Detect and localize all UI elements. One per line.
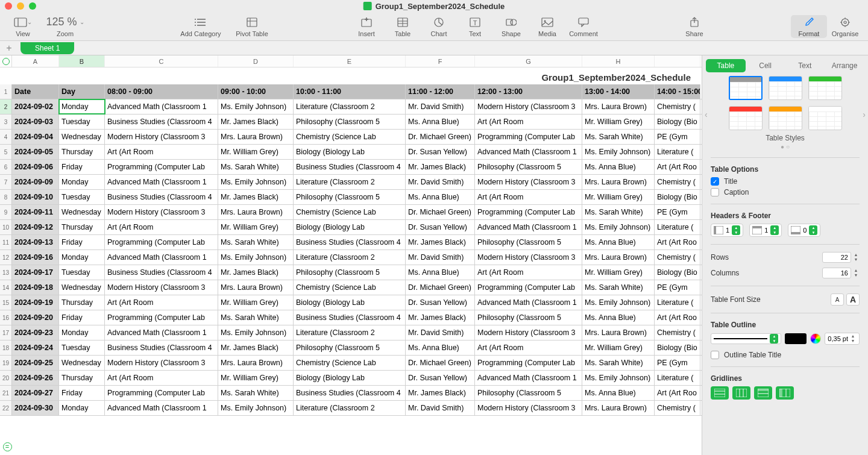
- table-cell[interactable]: Mr. William Grey): [582, 115, 655, 129]
- table-cell[interactable]: Mr. James Black): [218, 115, 294, 129]
- table-header-cell[interactable]: 10:00 - 11:00: [294, 84, 406, 99]
- table-style-thumb[interactable]: [729, 106, 763, 130]
- table-cell[interactable]: Literature (: [655, 220, 700, 234]
- table-cell[interactable]: Biology (Bio: [655, 115, 700, 129]
- col-header-e[interactable]: E: [294, 55, 406, 67]
- table-cell[interactable]: Modern History (Classroom 3: [475, 325, 582, 340]
- table-header-cell[interactable]: 14:00 - 15:00: [655, 84, 700, 99]
- row-header[interactable]: 10: [0, 220, 12, 234]
- table-cell[interactable]: Mr. David Smith): [406, 325, 475, 340]
- table-cell[interactable]: Art (Art Room: [475, 265, 582, 280]
- table-cell[interactable]: Dr. Susan Yellow): [406, 371, 475, 385]
- table-cell[interactable]: Business Studies (Classroom 4: [294, 386, 406, 400]
- table-cell[interactable]: Literature (Classroom 2: [294, 99, 406, 114]
- table-cell[interactable]: Mr. David Smith): [406, 401, 475, 415]
- table-cell[interactable]: Modern History (Classroom 3: [105, 205, 218, 219]
- outline-color-picker[interactable]: [810, 333, 821, 344]
- add-row-handle[interactable]: =: [1, 441, 13, 453]
- col-header-g[interactable]: G: [475, 55, 582, 67]
- header-cols-stepper[interactable]: 1 ▲▼: [711, 224, 743, 237]
- table-cell[interactable]: Tuesday: [59, 265, 105, 280]
- table-cell[interactable]: Literature (Classroom 2: [294, 250, 406, 265]
- table-header-cell[interactable]: Day: [59, 84, 105, 99]
- col-header-a[interactable]: A: [12, 55, 59, 67]
- col-header-b[interactable]: B: [59, 55, 105, 67]
- font-larger-button[interactable]: A: [846, 293, 860, 306]
- table-cell[interactable]: Literature (Classroom 2: [294, 325, 406, 340]
- table-style-thumb[interactable]: [769, 106, 802, 130]
- row-header[interactable]: 3: [0, 115, 12, 129]
- outline-color-swatch[interactable]: [785, 333, 807, 344]
- view-button[interactable]: ⌄ View: [5, 16, 41, 37]
- table-cell[interactable]: Chemistry (Science Lab: [294, 280, 406, 295]
- media-button[interactable]: Media: [529, 16, 565, 37]
- text-button[interactable]: T Text: [457, 16, 493, 37]
- table-cell[interactable]: Business Studies (Classroom 4: [294, 235, 406, 249]
- table-cell[interactable]: Art (Art Room: [105, 371, 218, 385]
- table-cell[interactable]: Biology (Bio: [655, 340, 700, 355]
- table-cell[interactable]: Modern History (Classroom 3: [475, 401, 582, 415]
- table-cell[interactable]: Ms. Anna Blue): [406, 265, 475, 280]
- outline-title-checkbox[interactable]: [711, 351, 719, 359]
- table-cell[interactable]: Ms. Anna Blue): [582, 310, 655, 325]
- table-cell[interactable]: Mrs. Laura Brown): [218, 130, 294, 144]
- table-cell[interactable]: Advanced Math (Classroom 1: [475, 220, 582, 234]
- pivot-button[interactable]: Pivot Table: [228, 16, 276, 37]
- table-cell[interactable]: Art (Art Room: [475, 190, 582, 204]
- table-cell[interactable]: Modern History (Classroom 3: [475, 175, 582, 189]
- table-cell[interactable]: Ms. Sarah White): [582, 205, 655, 219]
- table-cell[interactable]: Business Studies (Classroom 4: [105, 340, 218, 355]
- table-header-cell[interactable]: 09:00 - 10:00: [218, 84, 294, 99]
- table-cell[interactable]: Mrs. Laura Brown): [218, 280, 294, 295]
- table-cell[interactable]: Mr. William Grey): [582, 340, 655, 355]
- table-cell[interactable]: Business Studies (Classroom 4: [105, 265, 218, 280]
- table-cell[interactable]: Programming (Computer Lab: [475, 280, 582, 295]
- table-style-thumb[interactable]: [769, 76, 802, 100]
- table-cell[interactable]: Modern History (Classroom 3: [105, 130, 218, 144]
- table-cell[interactable]: 2024-09-05: [12, 145, 59, 159]
- rows-input[interactable]: [822, 252, 851, 263]
- table-cell[interactable]: Ms. Sarah White): [582, 356, 655, 370]
- outline-size-input[interactable]: 0,35 pt ▲▼: [825, 333, 860, 345]
- organise-button[interactable]: Organise: [827, 16, 863, 37]
- table-cell[interactable]: Business Studies (Classroom 4: [294, 310, 406, 325]
- table-cell[interactable]: Mrs. Laura Brown): [582, 325, 655, 340]
- table-header-cell[interactable]: 11:00 - 12:00: [406, 84, 475, 99]
- row-header[interactable]: 17: [0, 325, 12, 340]
- table-cell[interactable]: PE (Gym: [655, 205, 700, 219]
- table-cell[interactable]: Mr. James Black): [406, 160, 475, 174]
- table-cell[interactable]: Ms. Anna Blue): [582, 235, 655, 249]
- share-button[interactable]: Share: [676, 16, 712, 37]
- comment-button[interactable]: Comment: [565, 16, 602, 37]
- table-style-thumb[interactable]: [808, 106, 842, 130]
- row-header[interactable]: 2: [0, 99, 12, 114]
- table-cell[interactable]: Programming (Computer Lab: [105, 160, 218, 174]
- outline-style-select[interactable]: ▲▼: [711, 333, 781, 344]
- table-cell[interactable]: 2024-09-25: [12, 356, 59, 370]
- table-cell[interactable]: Business Studies (Classroom 4: [105, 190, 218, 204]
- table-cell[interactable]: Thursday: [59, 145, 105, 159]
- table-cell[interactable]: Philosophy (Classroom 5: [475, 160, 582, 174]
- table-cell[interactable]: Chemistry (: [655, 99, 700, 114]
- table-cell[interactable]: Mr. James Black): [218, 190, 294, 204]
- table-cell[interactable]: Literature (Classroom 2: [294, 175, 406, 189]
- table-cell[interactable]: Philosophy (Classroom 5: [475, 310, 582, 325]
- chart-button[interactable]: Chart: [421, 16, 457, 37]
- caption-checkbox[interactable]: [711, 188, 719, 196]
- table-cell[interactable]: Programming (Computer Lab: [475, 356, 582, 370]
- table-cell[interactable]: Dr. Susan Yellow): [406, 220, 475, 234]
- table-cell[interactable]: Friday: [59, 310, 105, 325]
- table-cell[interactable]: Tuesday: [59, 115, 105, 129]
- table-cell[interactable]: Ms. Emily Johnson): [582, 295, 655, 310]
- table-cell[interactable]: 2024-09-20: [12, 310, 59, 325]
- sheet-area[interactable]: A B C D E F G H Group1_September2024_Sch…: [0, 55, 702, 455]
- table-cell[interactable]: Mr. James Black): [406, 310, 475, 325]
- col-header-c[interactable]: C: [105, 55, 218, 67]
- row-header[interactable]: 14: [0, 280, 12, 295]
- table-cell[interactable]: Monday: [59, 99, 105, 114]
- row-header[interactable]: 11: [0, 235, 12, 249]
- inspector-tab-text[interactable]: Text: [785, 59, 825, 72]
- gridlines-v-button[interactable]: [732, 386, 750, 400]
- table-cell[interactable]: 2024-09-17: [12, 265, 59, 280]
- table-cell[interactable]: Mr. William Grey): [218, 295, 294, 310]
